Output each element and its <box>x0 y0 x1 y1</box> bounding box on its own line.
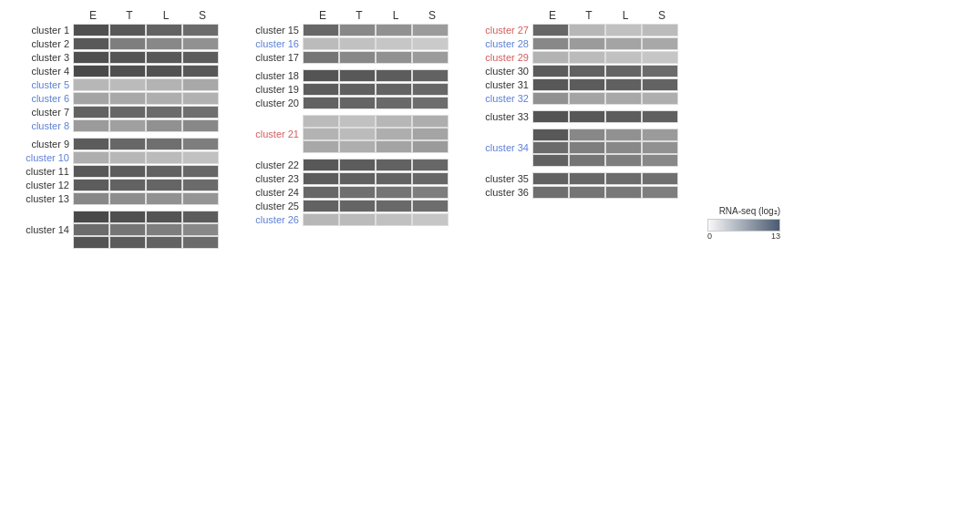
list-item: cluster 5 <box>9 78 219 91</box>
heatmap-row <box>73 179 219 191</box>
cluster-label: cluster 18 <box>239 70 303 81</box>
heatmap-cell <box>532 172 569 185</box>
heatmap-cell <box>532 51 569 64</box>
list-item: cluster 7 <box>9 106 219 119</box>
panel2-rows: cluster 15cluster 16cluster 17cluster 18… <box>239 24 449 227</box>
heatmap-cell <box>182 37 219 50</box>
legend-labels: 0 13 <box>707 232 780 241</box>
heatmap-cell <box>412 200 449 212</box>
heatmap-cell <box>412 128 449 140</box>
heatmap-row <box>532 110 678 123</box>
heatmap-row <box>303 51 449 64</box>
heatmap-cell <box>376 97 412 109</box>
heatmap-row <box>73 106 219 119</box>
heatmap-row <box>532 65 678 77</box>
heatmap-cell <box>532 110 569 123</box>
heatmap-cell <box>376 37 412 50</box>
heatmap-cell <box>376 69 412 82</box>
cluster-label: cluster 16 <box>239 38 303 49</box>
list-item: cluster 33 <box>469 110 678 123</box>
heatmap-cell <box>376 213 412 226</box>
heatmap-cell <box>532 141 569 154</box>
list-item: cluster 4 <box>9 65 219 77</box>
list-item: cluster 19 <box>239 83 449 96</box>
heatmap-cell <box>146 192 182 205</box>
heatmap-cell <box>642 110 678 123</box>
heatmap-cell <box>146 37 182 50</box>
cluster-label: cluster 27 <box>469 25 532 36</box>
heatmap-cell <box>182 236 219 249</box>
heatmap-cell <box>569 78 605 91</box>
heatmap-cell <box>642 78 678 91</box>
col-t-2: T <box>341 9 377 22</box>
heatmap-row <box>73 165 219 178</box>
heatmap-row <box>303 140 449 153</box>
heatmap-cell <box>412 37 449 50</box>
heatmap-cell <box>642 65 678 77</box>
heatmap-cell <box>303 51 339 64</box>
cluster-label: cluster 1 <box>9 25 73 36</box>
heatmap-cell <box>642 37 678 50</box>
heatmap-row <box>73 236 219 249</box>
heatmap-cell <box>146 24 182 36</box>
heatmap-cell <box>109 192 146 205</box>
heatmap-cell <box>73 92 109 105</box>
cluster-label: cluster 10 <box>9 152 73 163</box>
heatmap-cell <box>303 172 339 185</box>
heatmap-cell <box>339 37 376 50</box>
heatmap-cell <box>182 192 219 205</box>
cluster-label: cluster 35 <box>469 173 532 184</box>
heatmap-cell <box>182 92 219 105</box>
heatmap-cell <box>532 24 569 36</box>
cluster-label: cluster 34 <box>469 142 532 153</box>
list-item: cluster 12 <box>9 179 219 191</box>
heatmap-cell <box>109 92 146 105</box>
heatmap-cell <box>182 211 219 223</box>
heatmap-cell <box>376 24 412 36</box>
heatmap-cell <box>605 24 642 36</box>
cluster-label: cluster 31 <box>469 79 532 90</box>
heatmap-row <box>532 154 678 167</box>
heatmap-cell <box>73 151 109 164</box>
heatmap-cell <box>642 186 678 199</box>
legend-title: RNA-seq (log₂) <box>719 206 780 216</box>
col-s-2: S <box>414 9 450 22</box>
heatmap-cell <box>146 223 182 236</box>
cluster-label: cluster 4 <box>9 66 73 77</box>
heatmap-row <box>532 129 678 141</box>
cluster-label: cluster 20 <box>239 98 303 108</box>
panel-2: E T L S cluster 15cluster 16cluster 17cl… <box>239 9 450 227</box>
list-item: cluster 18 <box>239 69 449 82</box>
heatmap-row <box>73 223 219 236</box>
heatmap-cell <box>73 78 109 91</box>
heatmap-row <box>73 119 219 132</box>
heatmap-row <box>303 186 449 199</box>
list-item: cluster 28 <box>469 37 678 50</box>
heatmap-cell <box>109 179 146 191</box>
heatmap-cell <box>339 83 376 96</box>
col-e-1: E <box>75 9 111 22</box>
heatmap-cell <box>376 200 412 212</box>
heatmap-cell <box>109 236 146 249</box>
cluster-label: cluster 17 <box>239 52 303 63</box>
heatmap-cell <box>146 78 182 91</box>
heatmap-multi <box>303 115 449 153</box>
heatmap-cell <box>376 115 412 128</box>
heatmap-cell <box>109 223 146 236</box>
heatmap-cell <box>73 211 109 223</box>
cluster-label: cluster 7 <box>9 107 73 118</box>
heatmap-cell <box>339 69 376 82</box>
heatmap-row <box>303 213 449 226</box>
list-item: cluster 3 <box>9 51 219 64</box>
heatmap-row <box>73 24 219 36</box>
heatmap-cell <box>339 200 376 212</box>
heatmap-cell <box>605 172 642 185</box>
panel-3: E T L S cluster 27cluster 28cluster 29cl… <box>469 9 680 200</box>
heatmap-cell <box>146 236 182 249</box>
heatmap-row <box>73 78 219 91</box>
heatmap-cell <box>642 24 678 36</box>
list-item: cluster 23 <box>239 172 449 185</box>
heatmap-row <box>532 186 678 199</box>
heatmap-cell <box>376 51 412 64</box>
heatmap-cell <box>569 92 605 105</box>
